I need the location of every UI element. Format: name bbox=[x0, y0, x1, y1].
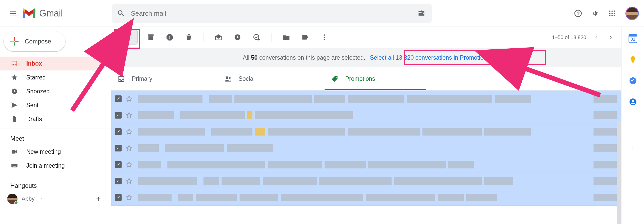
message-row[interactable] bbox=[111, 123, 621, 140]
keep-icon bbox=[629, 56, 637, 64]
message-row[interactable] bbox=[111, 91, 621, 107]
svg-rect-4 bbox=[424, 13, 425, 14]
more-button[interactable] bbox=[317, 30, 331, 44]
file-icon bbox=[10, 115, 19, 123]
pager-prev[interactable] bbox=[591, 32, 601, 42]
tasks-icon bbox=[629, 77, 637, 85]
main-menu-button[interactable] bbox=[7, 7, 19, 20]
search-input[interactable] bbox=[131, 10, 416, 17]
row-star[interactable] bbox=[125, 161, 133, 168]
labels-button[interactable] bbox=[298, 30, 312, 44]
row-checkbox[interactable] bbox=[115, 95, 122, 102]
pager: 1–50 of 13,820 bbox=[552, 27, 616, 48]
task-add-icon bbox=[253, 33, 260, 41]
nav-drafts[interactable]: Drafts bbox=[0, 112, 106, 126]
select-all-dropdown[interactable] bbox=[116, 30, 138, 44]
move-to-button[interactable] bbox=[279, 30, 293, 44]
delete-button[interactable] bbox=[182, 30, 196, 44]
hangouts-user-row[interactable]: Abby bbox=[0, 192, 111, 206]
send-icon bbox=[10, 101, 19, 109]
message-row[interactable] bbox=[111, 156, 621, 173]
rail-calendar[interactable]: 31 bbox=[628, 34, 638, 43]
archive-icon bbox=[147, 33, 155, 41]
nav-label: Snoozed bbox=[26, 88, 50, 95]
scrollbar[interactable] bbox=[617, 121, 621, 224]
row-checkbox[interactable] bbox=[115, 194, 122, 201]
archive-button[interactable] bbox=[144, 30, 158, 44]
hangouts-new-chat[interactable] bbox=[94, 195, 103, 203]
rail-tasks[interactable] bbox=[628, 76, 638, 85]
meet-join-meeting[interactable]: Join a meeting bbox=[0, 159, 111, 173]
row-star[interactable] bbox=[125, 144, 133, 152]
svg-rect-17 bbox=[14, 37, 15, 41]
svg-rect-20 bbox=[15, 41, 19, 42]
nav-starred[interactable]: Starred bbox=[0, 70, 106, 84]
support-button[interactable] bbox=[572, 7, 584, 20]
tab-promotions[interactable]: Promotions bbox=[325, 67, 431, 90]
message-row[interactable] bbox=[111, 189, 621, 206]
tab-label: Primary bbox=[132, 75, 152, 82]
select-all-link[interactable]: Select all 13,820 conversations in Promo… bbox=[370, 54, 490, 61]
row-star[interactable] bbox=[125, 95, 133, 103]
google-apps-button[interactable] bbox=[606, 7, 618, 20]
side-panel: 31 bbox=[621, 27, 644, 224]
rail-contacts[interactable] bbox=[628, 97, 638, 106]
hangouts-section-title: Hangouts bbox=[0, 176, 111, 192]
star-outline-icon bbox=[126, 112, 132, 119]
row-checkbox[interactable] bbox=[115, 128, 122, 135]
star-outline-icon bbox=[126, 128, 132, 135]
svg-rect-3 bbox=[419, 13, 423, 14]
svg-rect-19 bbox=[10, 41, 14, 42]
meet-new-meeting[interactable]: New meeting bbox=[0, 145, 111, 159]
gmail-logo[interactable]: Gmail bbox=[22, 8, 63, 19]
svg-point-29 bbox=[254, 34, 259, 40]
checkbox-checked-icon bbox=[121, 34, 128, 41]
search-options-button[interactable] bbox=[416, 8, 427, 19]
hangouts-username: Abby bbox=[22, 195, 35, 202]
compose-button[interactable]: Compose bbox=[4, 31, 65, 51]
row-checkbox[interactable] bbox=[115, 112, 122, 119]
nav-snoozed[interactable]: Snoozed bbox=[0, 84, 106, 98]
tab-primary[interactable]: Primary bbox=[111, 67, 218, 90]
svg-point-41 bbox=[632, 100, 634, 102]
row-star[interactable] bbox=[125, 128, 133, 136]
settings-button[interactable] bbox=[589, 7, 601, 20]
rail-keep[interactable] bbox=[628, 55, 638, 64]
nav-inbox[interactable]: Inbox bbox=[0, 57, 106, 70]
clock-icon bbox=[10, 87, 19, 95]
svg-rect-27 bbox=[13, 166, 16, 166]
message-row[interactable] bbox=[111, 173, 621, 189]
mark-read-button[interactable] bbox=[211, 30, 225, 44]
svg-point-10 bbox=[614, 11, 615, 12]
svg-point-12 bbox=[612, 13, 613, 14]
row-checkbox[interactable] bbox=[115, 178, 122, 184]
account-avatar[interactable] bbox=[625, 7, 639, 20]
inbox-icon bbox=[117, 75, 125, 83]
add-to-tasks-button[interactable] bbox=[250, 30, 264, 44]
header: Gmail bbox=[0, 0, 644, 27]
report-spam-button[interactable] bbox=[163, 30, 177, 44]
message-row[interactable] bbox=[111, 107, 621, 123]
tab-social[interactable]: Social bbox=[218, 67, 325, 90]
row-checkbox[interactable] bbox=[115, 145, 122, 151]
row-star[interactable] bbox=[125, 111, 133, 119]
meet-item-label: Join a meeting bbox=[26, 162, 65, 169]
more-vert-icon bbox=[320, 33, 328, 41]
svg-point-30 bbox=[324, 34, 325, 36]
star-outline-icon bbox=[126, 194, 132, 201]
rail-get-addons[interactable] bbox=[628, 143, 638, 153]
message-row[interactable] bbox=[111, 140, 621, 156]
row-star[interactable] bbox=[125, 194, 133, 201]
svg-rect-0 bbox=[419, 11, 421, 12]
search-bar[interactable] bbox=[112, 4, 432, 23]
svg-rect-2 bbox=[421, 11, 422, 13]
tune-icon bbox=[418, 10, 425, 17]
compose-label: Compose bbox=[25, 38, 51, 45]
snooze-button[interactable] bbox=[231, 30, 244, 44]
pager-next[interactable] bbox=[606, 32, 616, 42]
row-star[interactable] bbox=[125, 177, 133, 185]
nav-sent[interactable]: Sent bbox=[0, 98, 106, 112]
nav-label: Drafts bbox=[26, 116, 42, 123]
row-checkbox[interactable] bbox=[115, 161, 122, 168]
gear-icon bbox=[591, 9, 599, 18]
